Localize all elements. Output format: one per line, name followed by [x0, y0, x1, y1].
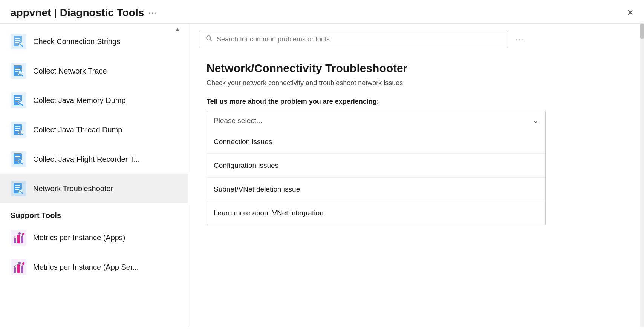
sidebar-item-collect-java-flight-recorder[interactable]: Collect Java Flight Recorder T...: [0, 144, 188, 174]
dropdown-option-learn-more-vnet[interactable]: Learn more about VNet integration: [207, 201, 545, 225]
sidebar-item-label: Collect Java Memory Dump: [33, 96, 126, 105]
dropdown-option-configuration-issues[interactable]: Configuration issues: [207, 154, 545, 178]
sidebar-scroll[interactable]: Check Connection Strings Collect: [0, 24, 188, 327]
dropdown-option-subnet-vnet-deletion[interactable]: Subnet/VNet deletion issue: [207, 178, 545, 201]
sidebar-item-network-troubleshooter[interactable]: Network Troubleshooter: [0, 174, 188, 203]
svg-rect-49: [21, 266, 23, 273]
sidebar-item-label: Check Connection Strings: [33, 37, 120, 46]
page-title: appvnet | Diagnostic Tools: [11, 7, 144, 19]
close-button[interactable]: ✕: [627, 9, 633, 17]
content-title: Network/Connectivity Troubleshooter: [207, 62, 626, 75]
dropdown-placeholder: Please select...: [214, 117, 262, 125]
svg-point-51: [18, 262, 21, 264]
chevron-down-icon: ⌄: [533, 117, 538, 125]
sidebar-item-label: Collect Network Trace: [33, 67, 107, 75]
tool-icon: [11, 92, 26, 108]
sidebar-item-metrics-per-instance-apps[interactable]: Metrics per Instance (Apps): [0, 223, 188, 252]
title-bar: appvnet | Diagnostic Tools ··· ✕: [0, 0, 644, 24]
sidebar-item-collect-java-thread-dump[interactable]: Collect Java Thread Dump: [0, 115, 188, 144]
svg-rect-48: [17, 264, 20, 273]
content-description: Check your network connectivity and trou…: [207, 79, 626, 87]
right-scrollbar[interactable]: [640, 24, 644, 327]
title-ellipsis-button[interactable]: ···: [148, 8, 158, 18]
svg-rect-43: [21, 236, 23, 243]
tool-icon: [11, 34, 26, 49]
scroll-up-button[interactable]: ▲: [173, 25, 182, 33]
sidebar-item-label: Metrics per Instance (App Ser...: [33, 263, 139, 272]
main-layout: ▲ Check Connect: [0, 24, 644, 327]
sidebar-item-label: Collect Java Thread Dump: [33, 126, 122, 134]
sidebar-item-collect-java-memory-dump[interactable]: Collect Java Memory Dump: [0, 86, 188, 115]
svg-point-19: [18, 101, 22, 104]
content-area: Network/Connectivity Troubleshooter Chec…: [188, 48, 644, 327]
tool-icon: [11, 181, 26, 196]
problem-dropdown-options: Connection issues Configuration issues S…: [207, 130, 546, 225]
sidebar-item-label: Metrics per Instance (Apps): [33, 233, 125, 242]
search-icon: [205, 35, 213, 44]
search-ellipsis-button[interactable]: ···: [516, 35, 525, 45]
right-panel: ··· Network/Connectivity Troubleshooter …: [188, 24, 644, 327]
search-bar-row: ···: [188, 24, 644, 48]
chart-icon: [11, 259, 26, 275]
problem-dropdown-selected[interactable]: Please select... ⌄: [207, 111, 546, 130]
sidebar-item-check-connection-strings[interactable]: Check Connection Strings: [0, 27, 188, 56]
sidebar-item-collect-network-trace[interactable]: Collect Network Trace: [0, 56, 188, 86]
dropdown-option-connection-issues[interactable]: Connection issues: [207, 130, 545, 154]
svg-rect-41: [14, 238, 16, 243]
tool-icon: [11, 63, 26, 79]
support-tools-section-title: Support Tools: [0, 205, 188, 223]
svg-point-33: [18, 160, 22, 163]
problem-label: Tell us more about the problem you are e…: [207, 98, 626, 106]
svg-rect-47: [14, 267, 16, 273]
search-input-wrap[interactable]: [199, 31, 508, 48]
sidebar-item-label: Network Troubleshooter: [33, 184, 113, 193]
svg-point-12: [18, 71, 22, 75]
problem-dropdown-wrap: Please select... ⌄ Connection issues Con…: [207, 111, 546, 225]
sidebar-item-metrics-per-instance-app-ser[interactable]: Metrics per Instance (App Ser...: [0, 252, 188, 282]
chart-icon: [11, 230, 26, 246]
tool-icon: [11, 122, 26, 138]
sidebar: ▲ Check Connect: [0, 24, 188, 327]
sidebar-item-label: Collect Java Flight Recorder T...: [33, 155, 140, 164]
scrollbar-thumb: [640, 24, 644, 39]
title-left: appvnet | Diagnostic Tools ···: [11, 7, 158, 19]
svg-rect-42: [17, 235, 20, 243]
svg-point-45: [18, 232, 21, 235]
search-input[interactable]: [217, 35, 502, 43]
tool-icon: [11, 151, 26, 167]
svg-line-53: [210, 40, 212, 41]
